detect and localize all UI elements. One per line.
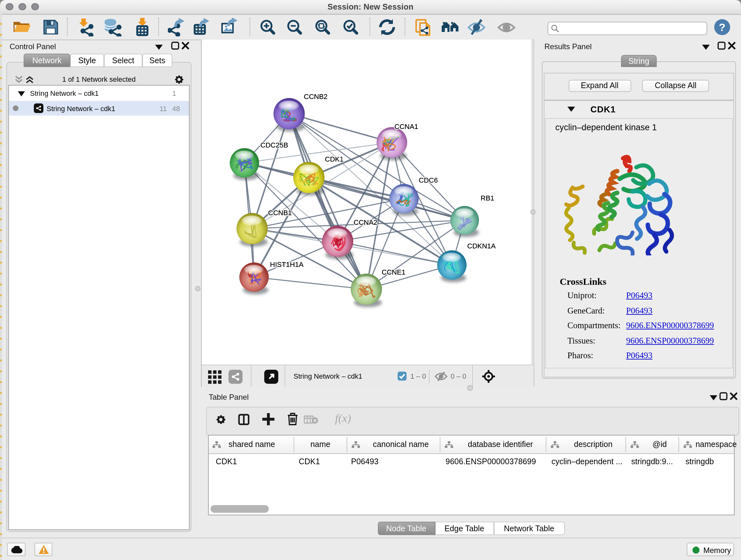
- svg-text:CCNE1: CCNE1: [382, 268, 406, 276]
- svg-text:CCNA2: CCNA2: [354, 219, 378, 226]
- svg-text:CCNA1: CCNA1: [394, 123, 418, 131]
- svg-text:CDC25B: CDC25B: [260, 141, 288, 149]
- svg-text:RB1: RB1: [481, 194, 494, 202]
- svg-text:HIST1H1A: HIST1H1A: [270, 260, 304, 268]
- svg-text:CCNB2: CCNB2: [304, 92, 328, 101]
- svg-text:CCNB1: CCNB1: [268, 209, 292, 217]
- svg-text:CDK1: CDK1: [325, 155, 344, 163]
- svg-text:CDC6: CDC6: [419, 176, 438, 184]
- svg-text:CDKN1A: CDKN1A: [467, 242, 496, 250]
- svg-text:?: ?: [719, 21, 726, 33]
